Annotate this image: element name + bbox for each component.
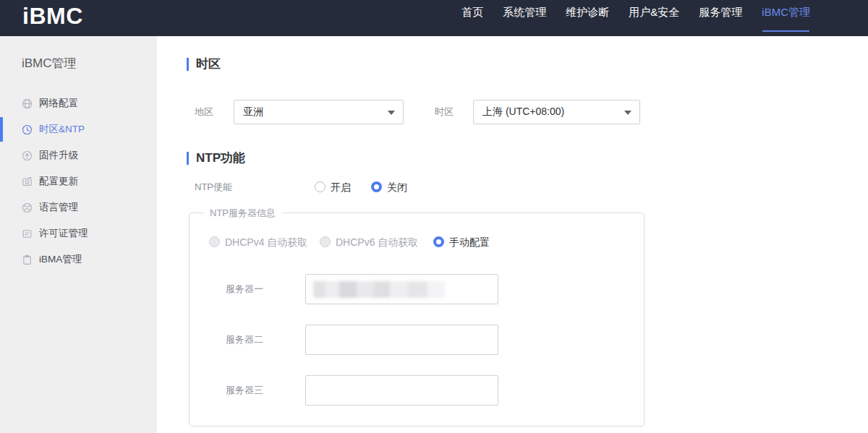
nav-item-user-security[interactable]: 用户&安全 [629,6,679,19]
sidebar-item-label: 固件升级 [39,149,78,162]
sidebar-item-config-update[interactable]: 配置更新 [0,168,157,194]
ntp-enable-on-radio[interactable] [315,181,326,192]
server-two-label: 服务器二 [226,334,263,346]
sidebar-item-ibma[interactable]: iBMA管理 [0,246,157,273]
sidebar-item-timezone-ntp[interactable]: 时区&NTP [0,116,157,142]
section-accent-bar [187,152,189,165]
clock-icon [22,124,33,135]
sidebar-item-label: 语言管理 [39,201,78,214]
sidebar: iBMC管理 网络配置 时区&NTP 固件升级 配置更新 [0,36,157,433]
region-select-value: 亚洲 [243,106,263,119]
sidebar-item-label: iBMA管理 [39,253,82,266]
zone-label: 时区 [435,106,454,118]
server-three-field-wrap [305,375,498,406]
region-select[interactable]: 亚洲 [234,100,404,124]
ntp-enable-on-radio-label[interactable]: 开启 [331,181,351,193]
ntp-server-group: NTP服务器信息 DHCPv4 自动获取 DHCPv6 自动获取 手动配置 服务… [189,213,644,426]
ntp-enable-label: NTP使能 [195,181,232,193]
chevron-down-icon [624,111,631,115]
server-one-input[interactable] [305,274,498,304]
ibmc-logo: iBMC [22,0,83,32]
server-one-field-wrap [305,274,498,304]
section-accent-bar [187,58,189,71]
sidebar-item-license[interactable]: 许可证管理 [0,220,157,246]
top-nav: 首页 系统管理 维护诊断 用户&安全 服务管理 iBMC管理 [461,6,810,19]
dhcpv4-auto-radio [209,236,220,247]
top-header: iBMC 首页 系统管理 维护诊断 用户&安全 服务管理 iBMC管理 [0,0,868,36]
main-content: 时区 地区 亚洲 时区 上海 (UTC+08:00) NTP功能 NTP使能 开… [157,36,868,433]
network-icon [22,98,33,109]
server-three-input[interactable] [305,375,498,406]
nav-item-maintenance[interactable]: 维护诊断 [566,6,609,19]
sidebar-item-label: 许可证管理 [39,227,88,240]
ntp-enable-off-radio-label[interactable]: 关闭 [387,181,407,193]
language-icon [22,202,33,213]
upgrade-icon [22,150,33,161]
dhcpv6-auto-radio [320,236,331,247]
sidebar-item-label: 网络配置 [39,97,78,110]
sidebar-item-label: 时区&NTP [39,123,85,136]
timezone-select-value: 上海 (UTC+08:00) [482,106,564,119]
nav-item-home[interactable]: 首页 [461,6,483,19]
ntp-server-group-legend: NTP服务器信息 [204,207,281,219]
sidebar-item-network-config[interactable]: 网络配置 [0,90,157,116]
timezone-select[interactable]: 上海 (UTC+08:00) [473,100,640,124]
chevron-down-icon [388,111,395,115]
sidebar-item-label: 配置更新 [39,175,78,188]
server-two-input[interactable] [305,325,498,355]
server-two-field-wrap [305,325,498,355]
manual-config-radio[interactable] [433,236,444,247]
config-update-icon [22,176,33,187]
sidebar-item-firmware-upgrade[interactable]: 固件升级 [0,142,157,168]
manual-config-radio-label[interactable]: 手动配置 [449,236,490,248]
dhcpv6-auto-radio-label: DHCPv6 自动获取 [336,236,418,248]
clipboard-icon [22,254,33,265]
sidebar-menu: 网络配置 时区&NTP 固件升级 配置更新 语言管理 [0,90,157,273]
timezone-section-title: 时区 [196,57,221,72]
license-icon [22,228,33,239]
sidebar-item-language[interactable]: 语言管理 [0,194,157,220]
nav-item-system[interactable]: 系统管理 [503,6,546,19]
nav-item-service[interactable]: 服务管理 [699,6,742,19]
nav-item-ibmc-management[interactable]: iBMC管理 [762,6,810,19]
ntp-enable-off-radio[interactable] [371,181,382,192]
sidebar-title: iBMC管理 [22,55,77,72]
ntp-section-title: NTP功能 [196,151,245,166]
server-one-label: 服务器一 [226,283,263,295]
dhcpv4-auto-radio-label: DHCPv4 自动获取 [225,236,307,248]
region-label: 地区 [195,106,213,118]
server-three-label: 服务器三 [226,385,263,396]
